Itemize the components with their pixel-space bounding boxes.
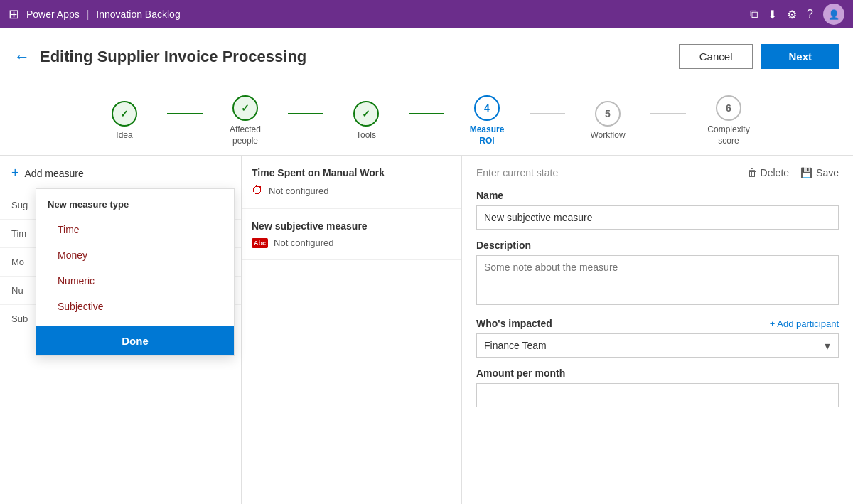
- step-workflow-circle: 5: [595, 101, 621, 127]
- measure-time-status-label: Not configured: [269, 186, 329, 196]
- save-label: Save: [816, 167, 839, 178]
- step-affected-circle: ✓: [232, 95, 258, 121]
- step-idea-circle: ✓: [112, 101, 137, 127]
- grid-icon: ⊞: [9, 6, 19, 22]
- stepper: ✓ Idea ✓ Affectedpeople ✓ Tools 4 Measur…: [0, 85, 853, 156]
- new-measure-dropdown: New measure type Time Money Numeric Subj…: [36, 188, 235, 356]
- header: ← Editing Supplier Invoice Processing Ca…: [0, 28, 853, 85]
- next-button[interactable]: Next: [761, 44, 839, 69]
- step-affected-people[interactable]: ✓ Affectedpeople: [203, 95, 288, 146]
- whos-impacted-label: Who's impacted: [476, 318, 552, 329]
- main-content: + Add measure Sug Tim Mo Nu Sub New meas…: [0, 156, 853, 504]
- monitor-icon[interactable]: ⧉: [750, 8, 758, 21]
- delete-label: Delete: [761, 167, 789, 178]
- measure-card-subj-title: New subjective measure: [252, 220, 451, 232]
- name-input[interactable]: [476, 205, 839, 230]
- dropdown-item-time[interactable]: Time: [36, 217, 234, 242]
- dropdown-done-button[interactable]: Done: [36, 326, 234, 355]
- participant-select[interactable]: Finance Team IT Team Operations: [476, 333, 839, 358]
- connector-4: [530, 113, 565, 114]
- step-measure-label: MeasureROI: [470, 124, 505, 146]
- description-label: Description: [476, 240, 839, 251]
- avatar[interactable]: 👤: [823, 4, 844, 25]
- settings-icon[interactable]: ⚙: [787, 8, 797, 21]
- connector-5: [650, 113, 686, 114]
- participant-select-wrapper: Finance Team IT Team Operations ▾: [476, 333, 839, 358]
- dropdown-title: New measure type: [36, 199, 234, 217]
- step-idea[interactable]: ✓ Idea: [82, 101, 167, 141]
- save-icon: 💾: [800, 167, 812, 178]
- header-actions: Cancel Next: [679, 44, 839, 69]
- left-panel: + Add measure Sug Tim Mo Nu Sub New meas…: [0, 156, 242, 504]
- page-title: Editing Supplier Invoice Processing: [40, 48, 679, 66]
- cancel-button[interactable]: Cancel: [679, 44, 753, 69]
- step-idea-label: Idea: [116, 130, 132, 141]
- step-tools[interactable]: ✓ Tools: [323, 101, 409, 141]
- amount-label: Amount per month: [476, 368, 839, 379]
- dropdown-item-subjective[interactable]: Subjective: [36, 294, 234, 319]
- step-measure-circle: 4: [474, 95, 500, 121]
- measure-card-subj-status: Abc Not configured: [252, 237, 451, 248]
- step-affected-label: Affectedpeople: [230, 124, 261, 146]
- whos-impacted-row: Who's impacted + Add participant: [476, 318, 839, 329]
- connector-2: [288, 113, 323, 114]
- step-workflow[interactable]: 5 Workflow: [565, 101, 650, 141]
- step-complexity-label: Complexityscore: [707, 124, 749, 146]
- measure-card-time[interactable]: Time Spent on Manual Work ⏱ Not configur…: [242, 156, 461, 209]
- dropdown-item-numeric[interactable]: Numeric: [36, 268, 234, 294]
- connector-1: [167, 113, 203, 114]
- back-button[interactable]: ←: [14, 48, 30, 66]
- abc-icon: Abc: [252, 238, 268, 248]
- step-tools-circle: ✓: [353, 101, 379, 127]
- topbar-title: Innovation Backlog: [96, 9, 180, 20]
- right-panel: Enter current state 🗑 Delete 💾 Save Name…: [462, 156, 853, 504]
- step-tools-label: Tools: [356, 130, 376, 141]
- center-panel: Time Spent on Manual Work ⏱ Not configur…: [242, 156, 462, 504]
- delete-button[interactable]: 🗑 Delete: [747, 167, 789, 178]
- measure-card-time-status: ⏱ Not configured: [252, 184, 451, 197]
- add-measure-label: Add measure: [25, 168, 84, 179]
- connector-3: [409, 113, 444, 114]
- help-icon[interactable]: ?: [807, 8, 813, 21]
- step-complexity[interactable]: 6 Complexityscore: [686, 95, 771, 146]
- app-name: Power Apps: [26, 9, 80, 20]
- dropdown-item-money[interactable]: Money: [36, 242, 234, 268]
- add-participant-button[interactable]: + Add participant: [770, 318, 839, 329]
- add-measure-button[interactable]: + Add measure: [0, 156, 241, 191]
- trash-icon: 🗑: [747, 167, 757, 178]
- plus-icon: +: [11, 166, 19, 181]
- right-actions: 🗑 Delete 💾 Save: [747, 167, 839, 178]
- measure-card-subjective[interactable]: New subjective measure Abc Not configure…: [242, 209, 461, 260]
- name-label: Name: [476, 190, 839, 201]
- description-textarea[interactable]: [476, 255, 839, 305]
- save-button[interactable]: 💾 Save: [800, 167, 839, 178]
- download-icon[interactable]: ⬇: [768, 8, 777, 21]
- step-complexity-circle: 6: [716, 95, 741, 121]
- time-icon: ⏱: [252, 184, 263, 197]
- topbar: ⊞ Power Apps | Innovation Backlog ⧉ ⬇ ⚙ …: [0, 0, 853, 28]
- step-measure-roi[interactable]: 4 MeasureROI: [444, 95, 530, 146]
- measure-card-time-title: Time Spent on Manual Work: [252, 167, 451, 178]
- step-workflow-label: Workflow: [590, 130, 625, 141]
- amount-input[interactable]: [476, 383, 839, 407]
- right-panel-topbar: Enter current state 🗑 Delete 💾 Save: [476, 167, 839, 178]
- measure-subj-status-label: Not configured: [274, 237, 334, 248]
- enter-state-text[interactable]: Enter current state: [476, 167, 558, 178]
- topbar-separator: |: [87, 9, 90, 20]
